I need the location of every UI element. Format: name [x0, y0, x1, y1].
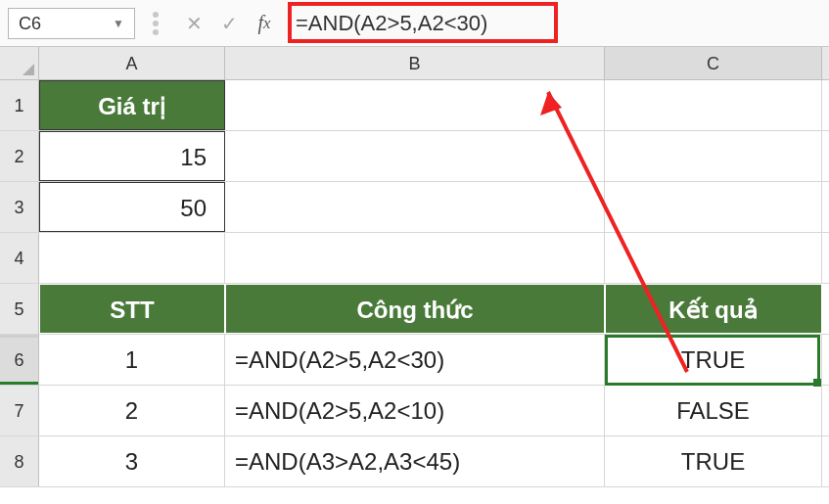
cell-C1[interactable]	[605, 80, 822, 130]
row-1: 1 Giá trị	[0, 80, 829, 131]
cell-B1[interactable]	[225, 80, 605, 130]
cell-C2[interactable]	[605, 131, 822, 181]
column-header-C[interactable]: C	[605, 47, 822, 79]
cell-B8[interactable]: =AND(A3>A2,A3<45)	[225, 436, 605, 486]
formula-bar: C6 ▼ ✕ ✓ fx =AND(A2>5,A2<30)	[0, 0, 829, 47]
column-header-B[interactable]: B	[225, 47, 605, 79]
cell-A4[interactable]	[39, 233, 225, 283]
formula-input[interactable]: =AND(A2>5,A2<30)	[288, 8, 819, 39]
row-header-7[interactable]: 7	[0, 386, 39, 435]
name-box-value: C6	[19, 8, 41, 39]
formula-input-wrap: =AND(A2>5,A2<30)	[288, 8, 819, 39]
cell-B7[interactable]: =AND(A2>5,A2<10)	[225, 386, 605, 435]
row-8: 8 3 =AND(A3>A2,A3<45) TRUE	[0, 436, 829, 487]
cell-B6[interactable]: =AND(A2>5,A2<30)	[225, 335, 605, 385]
row-5: 5 STT Công thức Kết quả	[0, 284, 829, 335]
cell-B3[interactable]	[225, 182, 605, 232]
cell-B2[interactable]	[225, 131, 605, 181]
column-header-A[interactable]: A	[39, 47, 225, 79]
cell-C6[interactable]: TRUE	[605, 335, 822, 385]
row-header-8[interactable]: 8	[0, 436, 39, 486]
row-header-1[interactable]: 1	[0, 80, 39, 130]
row-header-2[interactable]: 2	[0, 131, 39, 181]
enter-icon[interactable]: ✓	[211, 8, 247, 39]
cell-A2[interactable]: 15	[39, 131, 225, 181]
cell-B5[interactable]: Công thức	[225, 284, 605, 334]
row-header-6[interactable]: 6	[0, 335, 39, 385]
cell-C8[interactable]: TRUE	[605, 436, 822, 486]
cancel-icon[interactable]: ✕	[176, 8, 211, 39]
row-6: 6 1 =AND(A2>5,A2<30) TRUE	[0, 335, 829, 386]
row-header-3[interactable]: 3	[0, 182, 39, 232]
cell-C7[interactable]: FALSE	[605, 386, 822, 435]
row-4: 4	[0, 233, 829, 284]
row-header-5[interactable]: 5	[0, 284, 39, 334]
cell-A3[interactable]: 50	[39, 182, 225, 232]
row-7: 7 2 =AND(A2>5,A2<10) FALSE	[0, 386, 829, 436]
cell-A7[interactable]: 2	[39, 386, 225, 435]
cell-B4[interactable]	[225, 233, 605, 283]
cell-A8[interactable]: 3	[39, 436, 225, 486]
row-header-4[interactable]: 4	[0, 233, 39, 283]
row-2: 2 15	[0, 131, 829, 182]
formula-bar-separator	[153, 21, 159, 26]
column-headers: A B C	[0, 47, 829, 80]
spreadsheet: A B C 1 Giá trị 2 15 3 50 4 5 STT Công t…	[0, 47, 829, 487]
select-all-corner[interactable]	[0, 47, 39, 79]
cell-C5[interactable]: Kết quả	[605, 284, 822, 334]
cell-A5[interactable]: STT	[39, 284, 225, 334]
cell-A6[interactable]: 1	[39, 335, 225, 385]
row-3: 3 50	[0, 182, 829, 233]
name-box[interactable]: C6 ▼	[8, 8, 135, 39]
cell-C3[interactable]	[605, 182, 822, 232]
cell-C4[interactable]	[605, 233, 822, 283]
cell-A1[interactable]: Giá trị	[39, 80, 225, 130]
fx-icon[interactable]: fx	[247, 8, 282, 39]
chevron-down-icon: ▼	[113, 8, 124, 39]
